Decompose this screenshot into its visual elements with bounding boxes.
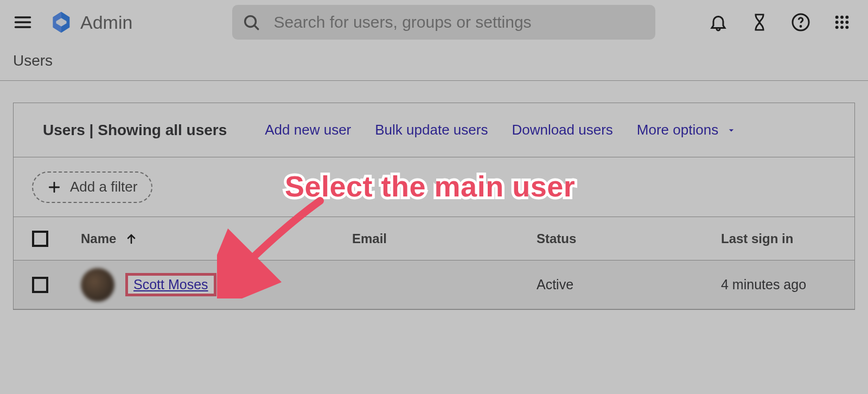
apps-icon[interactable] xyxy=(830,10,854,34)
panel-actions: Add new user Bulk update users Download … xyxy=(265,122,737,138)
svg-point-7 xyxy=(835,16,839,19)
status-value: Active xyxy=(537,277,721,293)
avatar xyxy=(81,268,114,302)
hourglass-icon[interactable] xyxy=(748,10,771,34)
svg-point-6 xyxy=(800,26,801,27)
svg-point-9 xyxy=(845,16,848,19)
search-icon xyxy=(242,13,260,31)
header-actions xyxy=(706,10,858,34)
sort-ascending-icon[interactable] xyxy=(125,232,138,245)
notifications-icon[interactable] xyxy=(706,10,730,34)
brand-title: Admin xyxy=(80,12,132,33)
svg-point-10 xyxy=(835,21,839,24)
search-input[interactable] xyxy=(273,13,646,31)
google-admin-logo-icon xyxy=(49,10,74,35)
search-box[interactable] xyxy=(232,5,655,40)
svg-point-8 xyxy=(840,16,844,19)
select-all-checkbox[interactable] xyxy=(32,231,48,247)
svg-point-14 xyxy=(840,26,844,29)
plus-icon xyxy=(47,180,61,194)
download-users-link[interactable]: Download users xyxy=(512,122,612,138)
caret-down-icon xyxy=(726,125,737,136)
menu-icon[interactable] xyxy=(10,9,36,35)
add-filter-button[interactable]: Add a filter xyxy=(32,171,152,203)
table-row[interactable]: Scott Moses Active 4 minutes ago xyxy=(14,260,854,309)
panel-title: Users | Showing all users xyxy=(43,122,227,139)
filter-row: Add a filter xyxy=(14,157,854,217)
svg-point-11 xyxy=(840,21,844,24)
more-options-label: More options xyxy=(637,122,718,138)
col-name-label[interactable]: Name xyxy=(81,231,116,246)
add-filter-label: Add a filter xyxy=(70,179,137,195)
add-new-user-link[interactable]: Add new user xyxy=(265,122,351,138)
app-header: Admin xyxy=(0,0,868,45)
svg-line-4 xyxy=(254,26,258,29)
last-signin-value: 4 minutes ago xyxy=(721,277,836,293)
svg-point-15 xyxy=(845,26,848,29)
bulk-update-link[interactable]: Bulk update users xyxy=(375,122,488,138)
help-icon[interactable] xyxy=(789,10,813,34)
col-last-signin-label[interactable]: Last sign in xyxy=(721,231,836,246)
col-status-label[interactable]: Status xyxy=(537,231,721,246)
panel-header: Users | Showing all users Add new user B… xyxy=(14,103,854,157)
user-name-highlight: Scott Moses xyxy=(125,273,216,296)
row-checkbox[interactable] xyxy=(32,277,48,293)
col-email-label[interactable]: Email xyxy=(352,231,537,246)
users-panel-wrap: Users | Showing all users Add new user B… xyxy=(0,81,868,310)
brand[interactable]: Admin xyxy=(49,10,132,35)
svg-point-12 xyxy=(845,21,848,24)
user-name-link[interactable]: Scott Moses xyxy=(133,277,208,292)
table-header: Name Email Status Last sign in xyxy=(14,217,854,260)
breadcrumb[interactable]: Users xyxy=(0,45,868,80)
more-options-dropdown[interactable]: More options xyxy=(637,122,737,138)
users-panel: Users | Showing all users Add new user B… xyxy=(13,103,855,310)
svg-point-13 xyxy=(835,26,839,29)
